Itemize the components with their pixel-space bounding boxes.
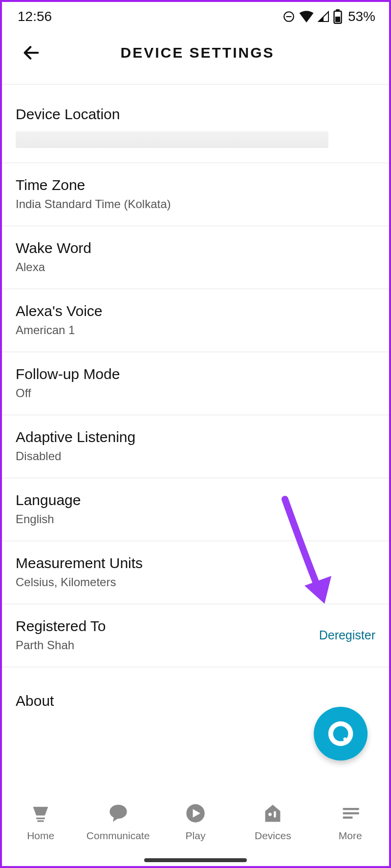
gesture-bar — [144, 858, 247, 862]
communicate-icon — [107, 802, 130, 825]
screen: 12:56 53% DEVICE SETTINGS Device Locatio… — [0, 0, 391, 868]
bottom-nav: Home Communicate Play Devices More — [2, 793, 389, 866]
page-title: DEVICE SETTINGS — [20, 44, 375, 61]
value-follow-up: Off — [16, 386, 120, 400]
svg-rect-3 — [336, 9, 340, 11]
svg-rect-8 — [36, 818, 45, 819]
svg-point-12 — [269, 813, 272, 816]
label-language: Language — [16, 492, 81, 508]
play-icon — [184, 802, 207, 825]
row-time-zone[interactable]: Time Zone India Standard Time (Kolkata) — [2, 163, 389, 226]
label-registered-to: Registered To — [16, 618, 106, 635]
svg-point-7 — [344, 738, 347, 741]
svg-point-10 — [109, 804, 127, 819]
nav-communicate[interactable]: Communicate — [82, 802, 155, 842]
nav-more[interactable]: More — [314, 802, 387, 842]
value-alexa-voice: American 1 — [16, 323, 103, 337]
alexa-fab[interactable] — [314, 707, 368, 761]
row-follow-up[interactable]: Follow-up Mode Off — [2, 352, 389, 415]
nav-more-label: More — [339, 830, 362, 842]
redacted-location-value — [16, 131, 328, 148]
value-registered-to: Parth Shah — [16, 638, 106, 652]
app-header: DEVICE SETTINGS — [2, 26, 389, 84]
battery-percent: 53% — [348, 9, 375, 24]
nav-play[interactable]: Play — [159, 802, 232, 842]
nav-devices[interactable]: Devices — [236, 802, 309, 842]
status-time: 12:56 — [18, 9, 52, 24]
nav-home-label: Home — [27, 830, 54, 842]
row-adaptive-listening[interactable]: Adaptive Listening Disabled — [2, 415, 389, 478]
svg-rect-15 — [343, 812, 359, 814]
label-time-zone: Time Zone — [16, 177, 171, 193]
settings-list: Device Location Time Zone India Standard… — [2, 84, 389, 729]
value-adaptive-listening: Disabled — [16, 449, 135, 463]
battery-icon — [333, 9, 342, 24]
svg-rect-9 — [38, 820, 44, 822]
row-alexa-voice[interactable]: Alexa's Voice American 1 — [2, 289, 389, 352]
row-measurement-units[interactable]: Measurement Units Celsius, Kilometers — [2, 541, 389, 604]
label-adaptive-listening: Adaptive Listening — [16, 429, 135, 445]
label-wake-word: Wake Word — [16, 240, 91, 256]
nav-devices-label: Devices — [255, 830, 291, 842]
nav-home[interactable]: Home — [4, 802, 77, 842]
label-measurement-units: Measurement Units — [16, 555, 143, 572]
value-language: English — [16, 512, 81, 526]
svg-rect-16 — [343, 817, 352, 819]
value-time-zone: India Standard Time (Kolkata) — [16, 197, 171, 211]
row-registered-to[interactable]: Registered To Parth Shah Deregister — [2, 604, 389, 667]
value-measurement-units: Celsius, Kilometers — [16, 575, 143, 589]
label-device-location: Device Location — [16, 106, 328, 123]
label-about: About — [16, 693, 54, 709]
cellular-icon — [318, 11, 329, 22]
home-icon — [29, 802, 52, 825]
row-wake-word[interactable]: Wake Word Alexa — [2, 226, 389, 289]
svg-rect-4 — [335, 17, 340, 22]
deregister-link[interactable]: Deregister — [319, 628, 375, 642]
row-language[interactable]: Language English — [2, 478, 389, 541]
devices-icon — [261, 802, 284, 825]
value-wake-word: Alexa — [16, 260, 91, 274]
alexa-icon — [325, 718, 357, 750]
wifi-icon — [299, 11, 314, 22]
status-bar: 12:56 53% — [2, 2, 389, 26]
svg-rect-14 — [343, 808, 359, 810]
nav-play-label: Play — [186, 830, 206, 842]
status-icons: 53% — [282, 9, 375, 24]
svg-rect-13 — [274, 811, 276, 818]
more-icon — [339, 802, 362, 825]
do-not-disturb-icon — [282, 10, 295, 23]
label-follow-up: Follow-up Mode — [16, 366, 120, 382]
label-alexa-voice: Alexa's Voice — [16, 303, 103, 319]
row-device-location[interactable]: Device Location — [2, 84, 389, 163]
nav-communicate-label: Communicate — [87, 830, 150, 842]
